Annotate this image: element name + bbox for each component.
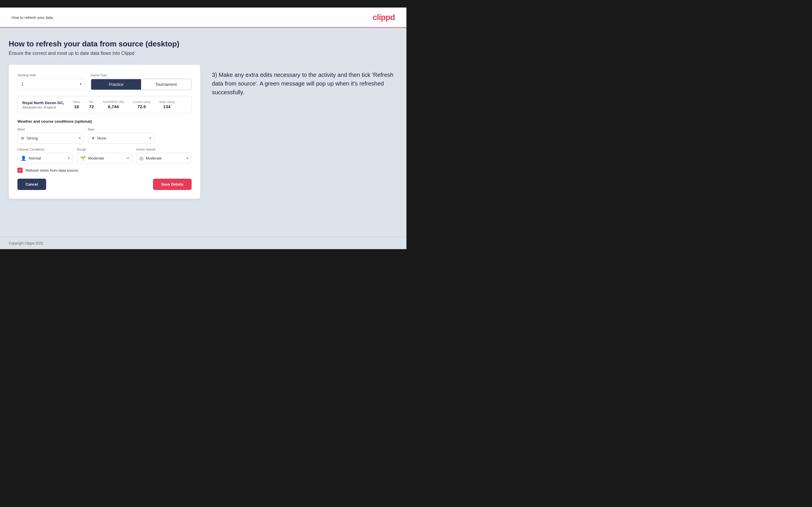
course-rating-label: Course rating: [133, 100, 150, 104]
header-title: How to refresh your data: [12, 15, 53, 20]
slope-rating-label: Slope rating: [159, 100, 174, 104]
green-speed-label: Green Speed: [136, 148, 192, 151]
course-details: Royal North Devon GC, Westward Ho!, Engl…: [22, 101, 64, 109]
refresh-checkbox[interactable]: [17, 168, 22, 173]
course-info-box: Royal North Devon GC, Westward Ho!, Engl…: [17, 96, 192, 113]
rain-icon: ✦: [91, 135, 95, 141]
green-speed-chevron-icon: ▾: [187, 156, 189, 160]
rain-chevron-icon: ▾: [150, 136, 151, 140]
fairway-rough-green-row: Fairway Conditions 👤 Normal ▾ Rough 🌱 Mo…: [17, 148, 192, 164]
rain-label: Rain: [88, 128, 154, 131]
par-label: Par: [89, 100, 94, 104]
holes-value: 18: [73, 104, 81, 109]
slope-rating-stat: Slope rating 134: [159, 100, 174, 109]
game-type-group: Game Type Practice Tournament: [91, 73, 192, 90]
header: How to refresh your data clippd: [0, 7, 406, 28]
green-speed-group: Green Speed ◎ Moderate ▾: [136, 148, 192, 164]
content-layout: Starting Hole 1 ▾ Game Type Practice Tou…: [9, 65, 398, 199]
yards-stat: Yards/White (M)) 6,744: [102, 100, 124, 109]
rough-icon: 🌱: [80, 156, 86, 161]
rough-label: Rough: [77, 148, 133, 151]
wind-select[interactable]: ≋ Strong ▾: [17, 133, 84, 144]
button-row: Cancel Save Details: [17, 179, 192, 190]
starting-hole-group: Starting Hole 1 ▾: [17, 73, 85, 90]
fairway-select[interactable]: 👤 Normal ▾: [17, 153, 73, 164]
footer-text: Copyright Clippd 2022: [9, 241, 43, 245]
game-type-toggle: Practice Tournament: [91, 78, 192, 90]
wind-icon: ≋: [20, 135, 24, 141]
logo: clippd: [373, 13, 395, 22]
rough-group: Rough 🌱 Moderate ▾: [77, 148, 133, 164]
top-bar: [0, 0, 406, 7]
wind-rain-row: Wind ≋ Strong ▾ Rain ✦ None ▾: [17, 128, 192, 144]
game-type-label: Game Type: [91, 73, 192, 77]
fairway-chevron-icon: ▾: [68, 156, 70, 160]
wind-group: Wind ≋ Strong ▾: [17, 128, 84, 144]
starting-hole-select-wrapper[interactable]: 1 ▾: [17, 78, 85, 90]
course-rating-value: 72.5: [133, 104, 150, 109]
page-subheading: Ensure the correct and most up to date d…: [9, 51, 398, 56]
fairway-label: Fairway Conditions: [17, 148, 73, 151]
course-rating-stat: Course rating 72.5: [133, 100, 150, 109]
rain-select[interactable]: ✦ None ▾: [88, 133, 154, 144]
rough-value: Moderate: [88, 156, 128, 160]
fairway-group: Fairway Conditions 👤 Normal ▾: [17, 148, 73, 164]
holes-stat: Holes 18: [73, 100, 81, 109]
conditions-title: Weather and course conditions (optional): [17, 119, 192, 123]
tournament-button[interactable]: Tournament: [141, 79, 191, 90]
starting-hole-label: Starting Hole: [17, 73, 85, 77]
fairway-icon: 👤: [20, 156, 27, 161]
description-text: 3) Make any extra edits necessary to the…: [212, 70, 398, 97]
rain-value: None: [97, 136, 150, 140]
refresh-checkbox-row[interactable]: Refresh shots from data source: [17, 168, 192, 173]
fairway-value: Normal: [29, 156, 68, 160]
yards-value: 6,744: [102, 104, 124, 109]
refresh-checkbox-label: Refresh shots from data source: [26, 168, 78, 173]
starting-hole-select[interactable]: 1: [18, 79, 85, 89]
rain-spacer: [158, 128, 192, 144]
holes-label: Holes: [73, 100, 81, 104]
form-card: Starting Hole 1 ▾ Game Type Practice Tou…: [9, 65, 200, 199]
rough-select[interactable]: 🌱 Moderate ▾: [77, 153, 133, 164]
green-speed-value: Moderate: [146, 156, 187, 160]
wind-value: Strong: [27, 136, 79, 140]
yards-label: Yards/White (M)): [102, 100, 124, 104]
rain-group: Rain ✦ None ▾: [88, 128, 154, 144]
green-speed-icon: ◎: [139, 156, 143, 161]
green-speed-select[interactable]: ◎ Moderate ▾: [136, 153, 192, 164]
top-form-row: Starting Hole 1 ▾ Game Type Practice Tou…: [17, 73, 192, 90]
wind-chevron-icon: ▾: [79, 136, 81, 140]
description-panel: 3) Make any extra edits necessary to the…: [212, 65, 398, 97]
cancel-button[interactable]: Cancel: [17, 179, 46, 190]
slope-rating-value: 134: [159, 104, 174, 109]
wind-label: Wind: [17, 128, 84, 131]
footer: Copyright Clippd 2022: [0, 237, 406, 249]
rough-chevron-icon: ▾: [127, 156, 129, 160]
par-value: 72: [89, 104, 94, 109]
practice-button[interactable]: Practice: [91, 79, 141, 90]
save-button[interactable]: Save Details: [153, 179, 192, 190]
course-location: Westward Ho!, England: [22, 106, 64, 109]
par-stat: Par 72: [89, 100, 94, 109]
main-content: How to refresh your data from source (de…: [0, 28, 406, 237]
course-name: Royal North Devon GC,: [22, 101, 64, 105]
page-heading: How to refresh your data from source (de…: [9, 40, 398, 48]
